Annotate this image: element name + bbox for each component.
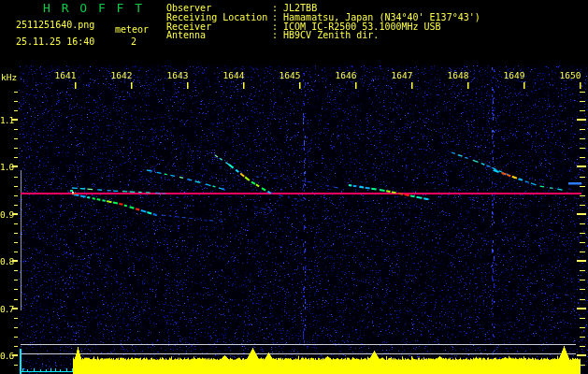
filename-label: 2511251640.png [16, 20, 94, 30]
timestamp-label: 25.11.25 16:40 [16, 36, 94, 47]
freq-tick-label: 1.1 [0, 115, 15, 125]
time-tick-label: 1644 [219, 70, 249, 80]
time-tick-label: 1643 [163, 70, 193, 80]
hrofft-screen: H R O F F T 2511251640.png meteor 25.11.… [0, 0, 588, 374]
station-info: Observer: JL2TBBReceiving Location: Hama… [166, 4, 480, 40]
time-tick-label: 1646 [331, 70, 361, 80]
time-tick-label: 1641 [50, 70, 80, 80]
freq-tick-label: 0.6 [0, 351, 15, 361]
info-value: : HB9CV Zenith dir. [272, 30, 379, 40]
mode-label: meteor [115, 24, 149, 35]
time-tick-label: 1649 [499, 70, 529, 80]
info-label: Antenna [166, 31, 272, 40]
time-tick-label: 1647 [387, 70, 417, 80]
meteor-count: 2 [131, 36, 136, 47]
info-row: Antenna: HB9CV Zenith dir. [166, 31, 480, 40]
time-tick-label: 1648 [443, 70, 473, 80]
freq-axis-unit: kHz [1, 72, 17, 82]
time-tick-label: 1642 [107, 70, 136, 80]
spectrogram-canvas [0, 0, 588, 374]
freq-tick-label: 0.8 [0, 256, 15, 266]
freq-tick-label: 1.0 [0, 162, 15, 172]
freq-tick-label: 0.7 [0, 304, 15, 314]
freq-tick-label: 0.9 [0, 209, 15, 220]
time-tick-label: 1645 [275, 70, 305, 80]
app-title: H R O F F T [43, 1, 144, 15]
time-tick-label: 1650 [555, 70, 585, 80]
